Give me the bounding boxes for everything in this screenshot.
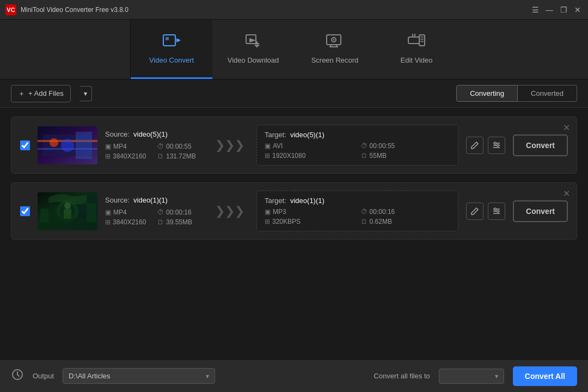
- convert-all-button[interactable]: Convert All: [513, 366, 577, 386]
- arrows-1: ❯❯❯: [211, 138, 249, 152]
- restore-button[interactable]: ❐: [559, 5, 568, 15]
- app-title: MiniTool Video Converter Free v3.8.0: [21, 6, 530, 14]
- target-size-icon: 🗋: [361, 152, 367, 160]
- close-card-1[interactable]: ✕: [563, 122, 570, 133]
- close-card-2[interactable]: ✕: [563, 188, 570, 199]
- tab-edit-video-label: Edit Video: [400, 56, 432, 64]
- svg-point-25: [61, 139, 74, 152]
- tab-video-convert[interactable]: Video Convert: [131, 20, 212, 79]
- file-2-info: Source: video(1)(1) ▣ MP4 ⏱ 00:00:16 ⊞ 3…: [105, 196, 203, 226]
- file-2-target-label: Target: video(1)(1): [265, 197, 450, 205]
- duration-icon: ⏱: [157, 143, 164, 150]
- file-1-size: 🗋 131.72MB: [157, 152, 203, 160]
- edit-video-icon: [407, 33, 426, 52]
- svg-rect-16: [419, 35, 425, 46]
- edit-target-1-button[interactable]: [466, 137, 483, 154]
- edit-target-2-button[interactable]: [466, 203, 483, 220]
- file-1-duration: ⏱ 00:00:55: [157, 143, 203, 150]
- menu-button[interactable]: ☰: [530, 5, 540, 15]
- settings-2-button[interactable]: [488, 203, 505, 220]
- output-path-selector[interactable]: D:\All Articles ▾: [63, 368, 215, 384]
- file-2-duration: ⏱ 00:00:16: [157, 209, 203, 216]
- svg-point-35: [64, 203, 71, 209]
- add-files-icon: ＋: [18, 89, 25, 99]
- tab-screen-record-label: Screen Record: [311, 56, 359, 64]
- video-convert-icon: [162, 33, 181, 52]
- tab-video-convert-label: Video Convert: [149, 56, 194, 64]
- clock-icon: [11, 368, 24, 384]
- tab-screen-record[interactable]: Screen Record: [294, 20, 376, 79]
- tab-video-download-label: Video Download: [228, 56, 279, 64]
- file-1-target-meta: ▣ AVI ⏱ 00:00:55 ⊞ 1920X1080 🗋 55MB: [265, 142, 450, 160]
- file-card-1: ✕: [11, 117, 577, 174]
- target-format-icon-2: ▣: [265, 208, 271, 216]
- tab-video-download[interactable]: Video Download: [212, 20, 294, 79]
- duration-icon-2: ⏱: [157, 209, 164, 216]
- output-path-text: D:\All Articles: [69, 372, 201, 380]
- file-1-source-meta: ▣ MP4 ⏱ 00:00:55 ⊞ 3840X2160 🗋 131.72MB: [105, 143, 203, 160]
- svg-point-9: [333, 39, 335, 41]
- file-2-target-bitrate: ⊞ 320KBPS: [265, 218, 354, 225]
- file-1-format: ▣ MP4: [105, 143, 151, 150]
- target-bitrate-icon: ⊞: [265, 218, 270, 225]
- file-2-size: 🗋 39.55MB: [157, 218, 203, 226]
- window-controls: ☰ — ❐ ✕: [530, 5, 583, 15]
- titlebar: VC MiniTool Video Converter Free v3.8.0 …: [0, 0, 588, 20]
- video-download-icon: [244, 33, 262, 52]
- format-icon: ▣: [105, 143, 111, 150]
- add-files-button[interactable]: ＋ + Add Files: [11, 85, 71, 102]
- file-2-actions: [466, 203, 505, 220]
- file-2-target: Target: video(1)(1) ▣ MP3 ⏱ 00:00:16 ⊞ 3…: [256, 191, 458, 231]
- file-1-source-label: Source: video(5)(1): [105, 130, 203, 138]
- file-2-target-format: ▣ MP3: [265, 208, 354, 216]
- file-card-2: ✕: [11, 182, 577, 240]
- format-selector[interactable]: ▾: [439, 369, 504, 384]
- file-1-actions: [466, 137, 505, 154]
- file-1-target-duration: ⏱ 00:00:55: [361, 142, 451, 150]
- svg-rect-33: [40, 209, 48, 222]
- bottombar: Output D:\All Articles ▾ Convert all fil…: [0, 359, 588, 392]
- svg-rect-27: [494, 142, 496, 144]
- file-1-target-resolution: ⊞ 1920X1080: [265, 152, 354, 160]
- file-2-target-size: 🗋 0.62MB: [361, 218, 451, 225]
- svg-rect-28: [497, 144, 499, 146]
- convert-2-button[interactable]: Convert: [513, 200, 568, 222]
- converting-tab[interactable]: Converting: [456, 85, 518, 102]
- convert-all-label: Convert all files to: [374, 372, 430, 380]
- file-1-target: Target: video(5)(1) ▣ AVI ⏱ 00:00:55 ⊞ 1…: [256, 125, 458, 166]
- nav-tabs: Video Convert Video Download: [0, 20, 588, 79]
- toolbar: ＋ + Add Files ▾ Converting Converted: [0, 79, 588, 108]
- file-2-target-duration: ⏱ 00:00:16: [361, 208, 451, 216]
- size-icon-2: 🗋: [157, 218, 164, 226]
- file-1-thumbnail: [38, 126, 97, 164]
- svg-point-24: [50, 138, 58, 147]
- output-dropdown-arrow: ▾: [206, 372, 209, 380]
- minimize-button[interactable]: —: [544, 5, 554, 15]
- close-button[interactable]: ✕: [573, 5, 583, 15]
- format-icon-2: ▣: [105, 209, 111, 216]
- app-icon: VC: [5, 4, 16, 15]
- file-2-source-label: Source: video(1)(1): [105, 196, 203, 204]
- file-2-resolution: ⊞ 3840X2160: [105, 218, 151, 226]
- svg-rect-2: [166, 37, 169, 40]
- file-2-format: ▣ MP4: [105, 209, 151, 216]
- svg-rect-0: [163, 35, 175, 46]
- tab-edit-video[interactable]: Edit Video: [376, 20, 457, 79]
- file-2-thumbnail: [38, 192, 97, 230]
- add-files-dropdown[interactable]: ▾: [79, 86, 92, 101]
- content-area: ✕: [0, 108, 588, 359]
- converted-tab[interactable]: Converted: [518, 85, 577, 102]
- convert-1-button[interactable]: Convert: [513, 134, 568, 156]
- file-1-checkbox[interactable]: [20, 140, 30, 150]
- svg-marker-1: [176, 38, 181, 42]
- svg-rect-38: [497, 210, 499, 212]
- file-1-target-label: Target: video(5)(1): [265, 131, 450, 139]
- settings-1-button[interactable]: [488, 137, 505, 154]
- format-dropdown-arrow: ▾: [495, 372, 498, 380]
- svg-rect-36: [64, 209, 71, 219]
- file-2-checkbox[interactable]: [20, 206, 30, 216]
- screen-record-icon: [326, 33, 344, 52]
- target-duration-icon: ⏱: [361, 142, 367, 150]
- file-1-target-format: ▣ AVI: [265, 142, 354, 150]
- file-2-target-meta: ▣ MP3 ⏱ 00:00:16 ⊞ 320KBPS 🗋 0.62MB: [265, 208, 450, 225]
